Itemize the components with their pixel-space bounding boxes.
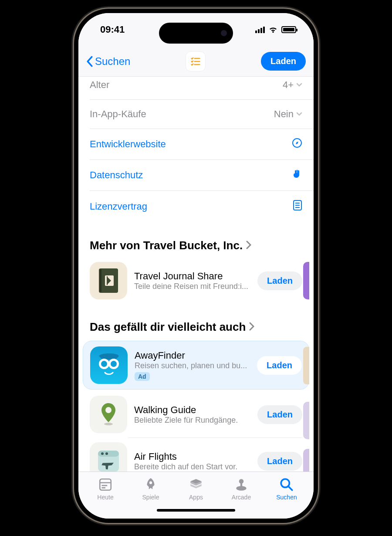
privacy-link: Datenschutz xyxy=(90,170,143,181)
search-icon xyxy=(279,477,294,492)
app-title: AwayFinder xyxy=(135,350,250,361)
tab-label: Suchen xyxy=(276,494,297,501)
svg-rect-9 xyxy=(100,269,101,292)
back-button[interactable]: Suchen xyxy=(86,55,130,68)
content-area[interactable]: Alter 4+ In-App-Käufe Nein Entwicklerweb… xyxy=(78,77,314,472)
app-title: Air Flights xyxy=(134,451,250,462)
tab-label: Heute xyxy=(97,494,113,501)
app-meta: Travel Journal Share Teile deine Reisen … xyxy=(134,271,250,291)
app-download-button[interactable]: Laden xyxy=(257,271,302,290)
app-title: Walking Guide xyxy=(134,404,250,416)
app-download-button[interactable]: Laden xyxy=(257,405,302,424)
app-meta: Air Flights Bereite dich auf den Start v… xyxy=(134,451,250,472)
app-meta: AwayFinder Reisen suchen, planen und bu.… xyxy=(135,350,250,381)
app-subtitle: Bereite dich auf den Start vor. xyxy=(134,462,250,472)
app-row-awayfinder-ad[interactable]: AwayFinder Reisen suchen, planen und bu.… xyxy=(83,341,309,390)
chevron-left-icon xyxy=(86,56,93,67)
svg-point-14 xyxy=(111,361,117,367)
app-title: Travel Journal Share xyxy=(134,271,250,282)
section-you-may-like[interactable]: Das gefällt dir vielleicht auch xyxy=(78,304,314,339)
document-icon xyxy=(293,200,302,214)
svg-point-16 xyxy=(105,407,112,413)
tab-search[interactable]: Suchen xyxy=(267,477,306,501)
svg-point-13 xyxy=(101,361,107,367)
ad-badge: Ad xyxy=(135,372,150,381)
home-indicator[interactable] xyxy=(157,509,235,512)
app-icon-walking-guide xyxy=(90,396,127,433)
info-row-iap[interactable]: In-App-Käufe Nein xyxy=(90,100,314,129)
svg-point-29 xyxy=(236,486,246,491)
svg-point-20 xyxy=(101,452,104,455)
arcade-icon xyxy=(234,477,249,492)
app-subtitle: Reisen suchen, planen und bu... xyxy=(135,361,250,370)
peek-next-app[interactable] xyxy=(303,449,309,472)
app-icon-small xyxy=(186,51,206,71)
nav-bar: Suchen Laden xyxy=(78,46,314,77)
battery-icon xyxy=(281,26,296,33)
section-title: Das gefällt dir vielleicht auch xyxy=(90,320,246,334)
svg-line-31 xyxy=(288,486,292,490)
app-download-button[interactable]: Laden xyxy=(257,356,302,375)
status-right xyxy=(255,26,296,34)
app-subtitle: Teile deine Reisen mit Freund:i... xyxy=(134,282,250,291)
chevron-down-icon xyxy=(296,83,302,87)
apps-icon xyxy=(189,477,203,492)
peek-next-app[interactable] xyxy=(303,262,309,299)
dynamic-island xyxy=(159,23,233,44)
app-icon-travel-journal xyxy=(90,262,127,299)
tab-arcade[interactable]: Arcade xyxy=(222,477,261,501)
svg-rect-15 xyxy=(108,363,110,365)
tab-label: Spiele xyxy=(142,494,159,501)
hand-icon xyxy=(292,169,302,182)
chevron-right-icon xyxy=(246,239,251,252)
app-row-travel-journal[interactable]: Travel Journal Share Teile deine Reisen … xyxy=(83,258,309,304)
screen: 09:41 Suchen Laden Alter 4+ xyxy=(78,13,314,519)
cellular-icon xyxy=(255,26,265,33)
info-label-iap: In-App-Käufe xyxy=(90,109,146,120)
app-subtitle: Beliebte Ziele für Rundgänge. xyxy=(134,416,250,425)
svg-point-21 xyxy=(105,452,108,455)
chevron-right-icon xyxy=(249,320,254,334)
svg-rect-22 xyxy=(100,479,111,490)
info-row-dev-website[interactable]: Entwicklerwebsite xyxy=(90,129,314,160)
phone-frame: 09:41 Suchen Laden Alter 4+ xyxy=(74,9,318,523)
tab-apps[interactable]: Apps xyxy=(176,477,216,501)
app-icon-awayfinder xyxy=(90,346,128,384)
download-button[interactable]: Laden xyxy=(261,52,306,71)
app-row-air-flights[interactable]: Air Flights Bereite dich auf den Start v… xyxy=(83,438,309,472)
tab-today[interactable]: Heute xyxy=(86,477,125,501)
compass-icon xyxy=(292,138,302,151)
chevron-down-icon xyxy=(296,112,302,116)
svg-point-26 xyxy=(149,482,152,484)
wifi-icon xyxy=(268,26,278,34)
app-row-walking-guide[interactable]: Walking Guide Beliebte Ziele für Rundgän… xyxy=(83,391,309,438)
info-row-license[interactable]: Lizenzvertrag xyxy=(90,191,314,222)
info-row-privacy[interactable]: Datenschutz xyxy=(90,160,314,191)
section-title: Mehr von Travel Bucket, Inc. xyxy=(90,239,243,252)
app-meta: Walking Guide Beliebte Ziele für Rundgän… xyxy=(134,404,250,425)
tab-games[interactable]: Spiele xyxy=(131,477,170,501)
tab-label: Apps xyxy=(189,494,203,501)
section-more-from[interactable]: Mehr von Travel Bucket, Inc. xyxy=(78,222,314,258)
peek-next-app[interactable] xyxy=(303,402,309,439)
today-icon xyxy=(98,477,113,492)
app-icon-air-flights xyxy=(90,442,127,472)
app-download-button[interactable]: Laden xyxy=(257,452,302,471)
rocket-icon xyxy=(143,477,158,492)
info-label-age: Alter xyxy=(90,79,109,91)
dev-website-link: Entwicklerwebsite xyxy=(90,139,166,150)
tab-label: Arcade xyxy=(232,494,251,501)
info-row-age[interactable]: Alter 4+ xyxy=(90,77,314,100)
info-value-iap: Nein xyxy=(274,109,302,120)
back-label: Suchen xyxy=(95,55,130,68)
license-link: Lizenzvertrag xyxy=(90,201,147,212)
svg-point-17 xyxy=(104,423,113,425)
status-time: 09:41 xyxy=(100,24,125,35)
peek-next-ad[interactable] xyxy=(303,347,309,384)
info-value-age: 4+ xyxy=(283,79,302,91)
